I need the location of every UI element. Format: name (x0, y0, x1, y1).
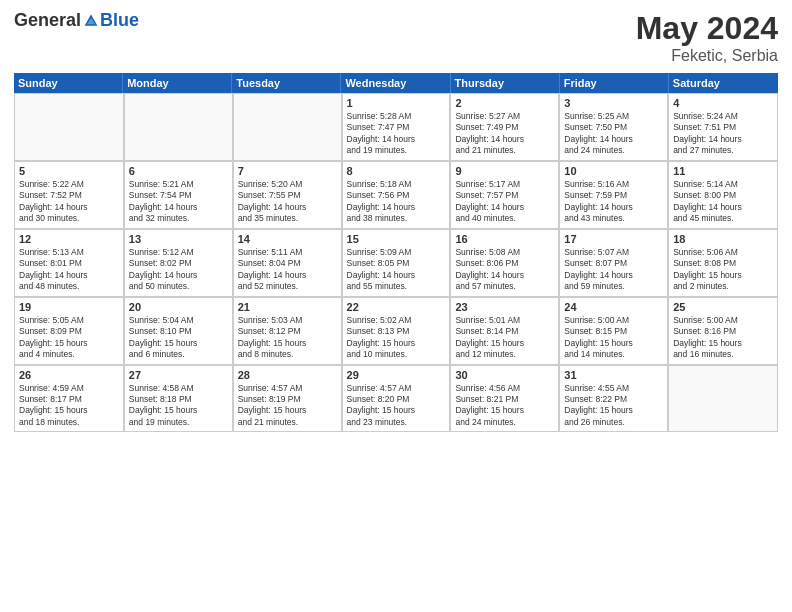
cell-line: and 32 minutes. (129, 213, 228, 224)
cell-line: and 48 minutes. (19, 281, 119, 292)
calendar-row-3: 12Sunrise: 5:13 AMSunset: 8:01 PMDayligh… (15, 229, 777, 297)
cell-line: Daylight: 14 hours (455, 270, 554, 281)
calendar-cell-day-29: 29Sunrise: 4:57 AMSunset: 8:20 PMDayligh… (342, 366, 451, 432)
day-number: 19 (19, 301, 119, 313)
cell-line: Daylight: 15 hours (347, 405, 446, 416)
calendar-cell-day-15: 15Sunrise: 5:09 AMSunset: 8:05 PMDayligh… (342, 230, 451, 296)
day-number: 27 (129, 369, 228, 381)
day-number: 20 (129, 301, 228, 313)
cell-line: and 2 minutes. (673, 281, 773, 292)
cell-line: and 23 minutes. (347, 417, 446, 428)
cell-line: Daylight: 14 hours (673, 134, 773, 145)
cell-line: Sunrise: 4:58 AM (129, 383, 228, 394)
cell-line: and 4 minutes. (19, 349, 119, 360)
cell-line: Sunset: 7:49 PM (455, 122, 554, 133)
cell-line: and 8 minutes. (238, 349, 337, 360)
cell-line: Daylight: 14 hours (238, 202, 337, 213)
cell-line: and 50 minutes. (129, 281, 228, 292)
cell-line: Sunset: 7:55 PM (238, 190, 337, 201)
cell-line: and 59 minutes. (564, 281, 663, 292)
calendar-cell-day-20: 20Sunrise: 5:04 AMSunset: 8:10 PMDayligh… (124, 298, 233, 364)
cell-line: Sunrise: 5:11 AM (238, 247, 337, 258)
calendar-cell-day-10: 10Sunrise: 5:16 AMSunset: 7:59 PMDayligh… (559, 162, 668, 228)
cell-line: Daylight: 14 hours (347, 202, 446, 213)
cell-line: Daylight: 14 hours (129, 270, 228, 281)
calendar-cell-empty (668, 366, 777, 432)
cell-line: Sunset: 7:47 PM (347, 122, 446, 133)
calendar-row-2: 5Sunrise: 5:22 AMSunset: 7:52 PMDaylight… (15, 161, 777, 229)
day-number: 4 (673, 97, 773, 109)
cell-line: and 21 minutes. (238, 417, 337, 428)
title-month: May 2024 (636, 10, 778, 47)
cell-line: and 21 minutes. (455, 145, 554, 156)
cell-line: and 55 minutes. (347, 281, 446, 292)
day-number: 21 (238, 301, 337, 313)
cell-line: Sunset: 7:59 PM (564, 190, 663, 201)
cell-line: Daylight: 15 hours (564, 338, 663, 349)
calendar-cell-day-8: 8Sunrise: 5:18 AMSunset: 7:56 PMDaylight… (342, 162, 451, 228)
calendar-cell-day-26: 26Sunrise: 4:59 AMSunset: 8:17 PMDayligh… (15, 366, 124, 432)
calendar-cell-day-28: 28Sunrise: 4:57 AMSunset: 8:19 PMDayligh… (233, 366, 342, 432)
weekday-header-thursday: Thursday (451, 73, 560, 93)
cell-line: and 19 minutes. (347, 145, 446, 156)
cell-line: and 14 minutes. (564, 349, 663, 360)
cell-line: Daylight: 14 hours (347, 270, 446, 281)
cell-line: Sunrise: 5:00 AM (673, 315, 773, 326)
cell-line: Sunrise: 5:03 AM (238, 315, 337, 326)
cell-line: Sunrise: 5:17 AM (455, 179, 554, 190)
calendar: SundayMondayTuesdayWednesdayThursdayFrid… (14, 73, 778, 602)
cell-line: Daylight: 14 hours (564, 134, 663, 145)
calendar-cell-day-13: 13Sunrise: 5:12 AMSunset: 8:02 PMDayligh… (124, 230, 233, 296)
page: General Blue May 2024 Feketic, Serbia Su… (0, 0, 792, 612)
cell-line: Daylight: 14 hours (564, 270, 663, 281)
day-number: 29 (347, 369, 446, 381)
day-number: 12 (19, 233, 119, 245)
cell-line: Sunset: 8:07 PM (564, 258, 663, 269)
cell-line: Daylight: 15 hours (129, 338, 228, 349)
cell-line: Sunset: 8:22 PM (564, 394, 663, 405)
calendar-cell-day-24: 24Sunrise: 5:00 AMSunset: 8:15 PMDayligh… (559, 298, 668, 364)
calendar-cell-day-7: 7Sunrise: 5:20 AMSunset: 7:55 PMDaylight… (233, 162, 342, 228)
calendar-cell-day-23: 23Sunrise: 5:01 AMSunset: 8:14 PMDayligh… (450, 298, 559, 364)
calendar-cell-day-22: 22Sunrise: 5:02 AMSunset: 8:13 PMDayligh… (342, 298, 451, 364)
cell-line: Sunrise: 5:06 AM (673, 247, 773, 258)
cell-line: Sunrise: 5:21 AM (129, 179, 228, 190)
cell-line: Sunset: 8:09 PM (19, 326, 119, 337)
day-number: 17 (564, 233, 663, 245)
day-number: 14 (238, 233, 337, 245)
calendar-cell-day-9: 9Sunrise: 5:17 AMSunset: 7:57 PMDaylight… (450, 162, 559, 228)
cell-line: Sunset: 8:19 PM (238, 394, 337, 405)
cell-line: and 24 minutes. (564, 145, 663, 156)
cell-line: Sunrise: 5:28 AM (347, 111, 446, 122)
day-number: 10 (564, 165, 663, 177)
cell-line: Sunset: 8:18 PM (129, 394, 228, 405)
cell-line: and 18 minutes. (19, 417, 119, 428)
cell-line: Sunrise: 5:12 AM (129, 247, 228, 258)
cell-line: and 40 minutes. (455, 213, 554, 224)
day-number: 16 (455, 233, 554, 245)
cell-line: Daylight: 14 hours (19, 202, 119, 213)
cell-line: Sunrise: 4:57 AM (347, 383, 446, 394)
cell-line: Sunset: 8:17 PM (19, 394, 119, 405)
cell-line: Sunset: 8:15 PM (564, 326, 663, 337)
cell-line: Daylight: 14 hours (673, 202, 773, 213)
cell-line: Sunset: 8:08 PM (673, 258, 773, 269)
cell-line: Sunrise: 5:08 AM (455, 247, 554, 258)
cell-line: Sunset: 8:04 PM (238, 258, 337, 269)
day-number: 3 (564, 97, 663, 109)
cell-line: Daylight: 15 hours (129, 405, 228, 416)
cell-line: Daylight: 14 hours (238, 270, 337, 281)
cell-line: Daylight: 15 hours (455, 338, 554, 349)
day-number: 8 (347, 165, 446, 177)
day-number: 24 (564, 301, 663, 313)
cell-line: Sunrise: 4:55 AM (564, 383, 663, 394)
cell-line: Sunset: 8:06 PM (455, 258, 554, 269)
cell-line: Sunset: 7:52 PM (19, 190, 119, 201)
title-location: Feketic, Serbia (636, 47, 778, 65)
calendar-cell-day-6: 6Sunrise: 5:21 AMSunset: 7:54 PMDaylight… (124, 162, 233, 228)
cell-line: Sunrise: 5:05 AM (19, 315, 119, 326)
calendar-cell-empty (233, 94, 342, 160)
calendar-cell-day-17: 17Sunrise: 5:07 AMSunset: 8:07 PMDayligh… (559, 230, 668, 296)
calendar-row-1: 1Sunrise: 5:28 AMSunset: 7:47 PMDaylight… (15, 94, 777, 161)
cell-line: Sunset: 8:12 PM (238, 326, 337, 337)
